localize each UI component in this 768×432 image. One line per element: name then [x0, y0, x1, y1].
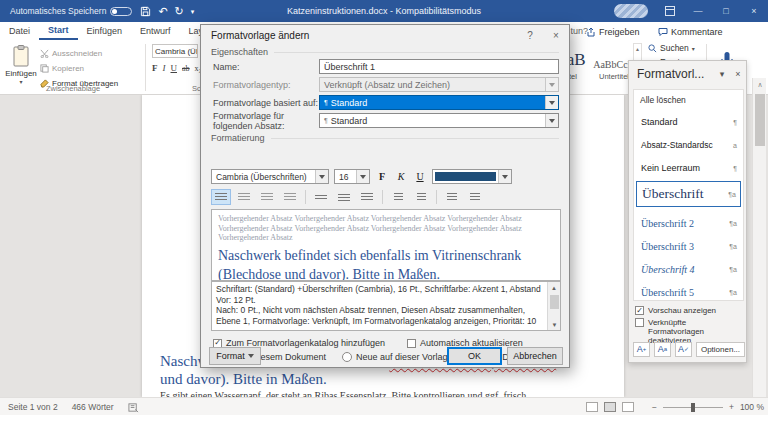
search-dropdown-icon[interactable]: ▾ — [692, 45, 695, 52]
desc-scroll-up-icon[interactable]: ▲ — [548, 282, 560, 293]
undo-icon[interactable]: ↶ — [158, 6, 167, 17]
increase-indent-button[interactable] — [465, 189, 485, 205]
zoom-level[interactable]: 100 % — [740, 402, 764, 412]
line-spacing-1-button[interactable] — [311, 189, 331, 205]
description-scrollbar[interactable]: ▲ ▼ — [547, 282, 560, 330]
align-right-button[interactable] — [257, 189, 277, 205]
combo-arrow-icon[interactable] — [356, 170, 369, 183]
scrollbar-up-icon[interactable]: ∧ — [753, 78, 767, 91]
user-avatar[interactable] — [614, 4, 648, 18]
combo-arrow-icon[interactable] — [315, 170, 328, 183]
tab-datei[interactable]: Datei — [0, 22, 39, 40]
zoom-out-button[interactable]: − — [652, 402, 657, 412]
new-style-button[interactable]: A+ — [633, 342, 650, 357]
combo-arrow-icon[interactable] — [545, 114, 558, 127]
print-layout-button[interactable] — [604, 402, 616, 412]
tab-einfuegen[interactable]: Einfügen — [78, 22, 132, 40]
close-button[interactable]: × — [740, 0, 768, 22]
title-bar: Automatisches Speichern ↶ ↻ ▾ Katzeninst… — [0, 0, 768, 22]
style-item-kein-leerraum[interactable]: Kein Leerraum ¶ — [636, 158, 741, 178]
dialog-italic-button[interactable]: K — [394, 171, 408, 182]
align-center-button[interactable] — [234, 189, 254, 205]
space-after-button[interactable] — [411, 189, 431, 205]
cut-button[interactable]: Ausschneiden — [40, 46, 102, 60]
combo-arrow-icon[interactable] — [545, 96, 558, 109]
style-item-ueberschrift3[interactable]: Überschrift 3 ¶a — [636, 236, 741, 256]
dialog-close-button[interactable]: × — [543, 26, 569, 44]
dialog-help-button[interactable]: ? — [517, 26, 543, 44]
formatting-toolbar-row1: Cambria (Überschriften) 16 F K U — [211, 169, 512, 184]
qat-customize-icon[interactable]: ▾ — [191, 8, 195, 15]
style-inspector-button[interactable]: Aa — [654, 342, 671, 357]
pane-close-button[interactable]: × — [730, 66, 746, 82]
read-mode-button[interactable] — [586, 402, 598, 412]
style-item-ueberschrift1[interactable]: Überschrift ¶a — [636, 181, 741, 207]
zoom-in-button[interactable]: + — [729, 402, 734, 412]
toggle-pill-icon[interactable] — [110, 7, 132, 16]
minimize-button[interactable]: — — [684, 0, 712, 22]
dialog-font-size-combo[interactable]: 16 — [334, 169, 370, 184]
line-spacing-2-button[interactable] — [357, 189, 377, 205]
clear-all-item[interactable]: Alle löschen — [640, 95, 686, 105]
auto-update-checkbox[interactable] — [407, 339, 416, 348]
redo-icon[interactable]: ↻ — [175, 6, 184, 17]
share-button[interactable]: Freigeben — [586, 24, 640, 39]
disable-linked-checkbox-row[interactable]: Verknüpfte Formatvorlagen deaktivieren — [629, 315, 746, 345]
word-count[interactable]: 466 Wörter — [72, 402, 114, 412]
tab-entwurf[interactable]: Entwurf — [131, 22, 180, 40]
based-on-combo[interactable]: ¶ Standard — [319, 95, 559, 110]
style-item-standard[interactable]: Standard ¶ — [636, 112, 741, 132]
style-item-ueberschrift4[interactable]: Überschrift 4 ¶a — [636, 259, 741, 279]
desc-scroll-down-icon[interactable]: ▼ — [548, 319, 561, 330]
italic-button[interactable]: I — [163, 63, 166, 73]
underline-button[interactable]: U — [171, 63, 178, 73]
maximize-button[interactable]: □ — [712, 0, 740, 22]
align-justify-button[interactable] — [280, 189, 300, 205]
web-layout-button[interactable] — [622, 402, 634, 412]
save-icon[interactable] — [139, 5, 151, 17]
disable-linked-checkbox[interactable] — [635, 318, 644, 327]
comments-button[interactable]: Kommentare — [658, 24, 723, 39]
options-button[interactable]: Optionen... — [696, 342, 745, 357]
preview-checkbox-row[interactable]: ✓ Vorschau anzeigen — [629, 303, 746, 315]
name-input[interactable]: Überschrift 1 — [319, 59, 559, 74]
dialog-bold-button[interactable]: F — [375, 171, 389, 182]
preview-checkbox[interactable]: ✓ — [635, 306, 644, 315]
page-indicator[interactable]: Seite 1 von 2 — [8, 402, 58, 412]
copy-button[interactable]: Kopieren — [40, 61, 84, 75]
document-scrollbar[interactable]: ∧ — [752, 78, 766, 397]
bold-button[interactable]: F — [152, 63, 158, 73]
proofing-icon[interactable] — [128, 402, 139, 413]
gallery-up-icon[interactable]: ▲ — [635, 46, 640, 52]
new-documents-radio[interactable] — [342, 352, 352, 362]
decrease-indent-button[interactable] — [442, 189, 462, 205]
style-item-absatz-standard[interactable]: Absatz-Standardsc a — [636, 135, 741, 155]
strikethrough-button[interactable]: ab — [182, 64, 190, 73]
ok-button[interactable]: OK — [447, 347, 502, 365]
dialog-title-bar[interactable]: Formatvorlage ändern ? × — [201, 25, 569, 45]
cancel-button[interactable]: Abbrechen — [507, 347, 563, 365]
scrollbar-thumb[interactable] — [755, 94, 765, 146]
style-item-ueberschrift5[interactable]: Überschrift 5 ¶a — [636, 282, 741, 301]
pane-dropdown-icon[interactable]: ▾ — [714, 66, 730, 82]
manage-styles-button[interactable]: A✓ — [675, 342, 692, 357]
zoom-slider[interactable] — [663, 407, 723, 408]
font-color-combo[interactable] — [432, 169, 512, 184]
desc-scroll-thumb[interactable] — [550, 295, 559, 309]
combo-arrow-icon[interactable] — [498, 170, 511, 183]
search-button[interactable]: Suchen ▾ — [648, 42, 695, 54]
paste-button[interactable]: Einfügen ▾ — [4, 43, 38, 89]
dialog-underline-button[interactable]: U — [413, 171, 427, 182]
next-paragraph-combo[interactable]: ¶ Standard — [319, 113, 559, 128]
format-menu-button[interactable]: Format — [209, 347, 261, 365]
space-before-button[interactable] — [388, 189, 408, 205]
style-item-ueberschrift2[interactable]: Überschrift 2 ¶a — [636, 213, 741, 233]
zoom-slider-thumb[interactable] — [691, 403, 695, 412]
line-spacing-15-button[interactable] — [334, 189, 354, 205]
autosave-toggle[interactable]: Automatisches Speichern — [10, 6, 132, 16]
dialog-font-family-combo[interactable]: Cambria (Überschriften) — [211, 169, 329, 184]
tab-start[interactable]: Start — [39, 22, 78, 40]
ribbon-display-options-icon[interactable] — [656, 0, 684, 22]
align-left-button[interactable] — [211, 189, 231, 205]
font-family-combo[interactable]: Cambria (Übe — [152, 44, 198, 58]
